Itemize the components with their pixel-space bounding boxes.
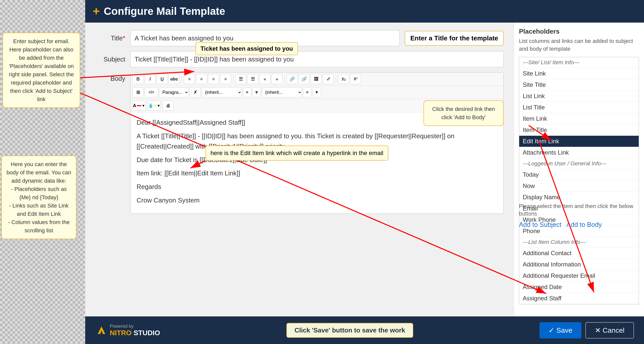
font-size-dropdown[interactable]: ▼ [312, 87, 321, 97]
body-line-6: Crow Canyon System [137, 195, 497, 206]
placeholder-item-now[interactable]: Now [519, 180, 639, 192]
header: + Configure Mail Template [85, 0, 644, 23]
placeholder-item-assigned-staff[interactable]: Assigned Staff [519, 293, 639, 304]
table-button[interactable]: ⊞ [133, 87, 144, 97]
powered-by-text: Powered by [110, 324, 160, 329]
placeholder-item-list-title[interactable]: List Title [519, 102, 639, 113]
paragraph-select[interactable]: Paragra... [159, 87, 189, 97]
placeholder-item-attachments-link[interactable]: Attachments Link [519, 147, 639, 158]
placeholder-item-logged-in-info[interactable]: ---Logged-in User / General Info--- [519, 158, 639, 169]
editor-body[interactable]: Dear [[AssignedStaff||Assigned Staff]] A… [131, 112, 503, 214]
separator-1 [182, 76, 182, 83]
logo: Powered by NITRO STUDIO [95, 324, 160, 337]
bold-button[interactable]: B [133, 74, 144, 84]
editor-container: B I U abc ≡ ≡ ≡ ≡ ☰ ☰ « » [130, 72, 504, 214]
nitro-text: NITRO [110, 329, 132, 337]
placeholder-item-work-phone[interactable]: Work Phone [519, 214, 639, 226]
placeholder-item-item-link[interactable]: Item Link [519, 113, 639, 124]
edit-item-tooltip: here is the Edit Item link which will cr… [205, 146, 388, 161]
font-size-clear[interactable]: ✕ [303, 87, 311, 97]
ol-button[interactable]: ☰ [247, 74, 258, 84]
align-right-button[interactable]: ≡ [208, 74, 219, 84]
subject-input[interactable] [130, 51, 504, 67]
placeholder-item-today[interactable]: Today [519, 169, 639, 180]
body-row: Body B I U abc ≡ ≡ ≡ ≡ ☰ [95, 72, 504, 214]
font-family-dropdown[interactable]: ▼ [252, 87, 261, 97]
separator-4 [336, 76, 336, 83]
placeholders-list-container: ---Site/ List/ Item Info---Site LinkSite… [519, 57, 639, 202]
placeholder-item-additional-information[interactable]: Additional Information [519, 259, 639, 270]
save-button[interactable]: ✓ Save [540, 322, 581, 338]
placeholder-item-list-item-info[interactable]: ---List Item Column Info--- [519, 237, 639, 248]
nitro-logo-icon [95, 324, 108, 336]
placeholders-description: List columns and links can be added to s… [519, 37, 639, 53]
body-line-4: Item link: [[Edit Item||Edit Item Link]] [137, 168, 497, 179]
svg-marker-0 [98, 326, 105, 334]
callout-right-body: Click the desired link then click 'Add t… [423, 100, 504, 126]
body-label: Body [95, 72, 125, 83]
placeholder-item-display-name[interactable]: Display Name [519, 192, 639, 203]
justify-button[interactable]: ≡ [220, 74, 231, 84]
placeholders-title: Placeholders [519, 28, 639, 35]
placeholder-item-site-list-info[interactable]: ---Site/ List/ Item Info--- [519, 57, 639, 68]
eraser-button[interactable]: ✗ [190, 87, 201, 97]
toolbar-row-1: B I U abc ≡ ≡ ≡ ≡ ☰ ☰ « » [131, 73, 503, 86]
superscript-button[interactable]: X² [350, 74, 361, 84]
placeholders-list: ---Site/ List/ Item Info---Site LinkSite… [519, 57, 639, 304]
subject-tooltip: Ticket has been assigned to you [195, 42, 298, 55]
subject-label: Subject [95, 55, 125, 63]
placeholder-item-phone[interactable]: Phone [519, 226, 639, 237]
font-family-select[interactable]: (inherit... [202, 87, 242, 97]
form-area: Title* Enter a Title for the template Su… [85, 23, 514, 316]
italic-button[interactable]: I [145, 74, 156, 84]
unlink-button[interactable]: 🔗 [299, 74, 310, 84]
logo-text: Powered by NITRO STUDIO [110, 324, 160, 337]
underline-button[interactable]: U [157, 74, 168, 84]
body-line-5: Regards [137, 182, 497, 192]
indent-out-button[interactable]: « [259, 74, 270, 84]
indent-in-button[interactable]: » [271, 74, 282, 84]
subscript-button[interactable]: X₂ [338, 74, 349, 84]
plus-icon: + [93, 5, 100, 17]
separator-3 [284, 76, 285, 83]
placeholder-item-assigned-date[interactable]: Assigned Date [519, 282, 639, 293]
fullscreen-button[interactable]: ⤢ [323, 74, 334, 84]
footer-buttons: ✓ Save ✕ Cancel [540, 322, 634, 338]
title-tooltip: Enter a Title for the template [405, 31, 504, 46]
placeholder-item-list-link[interactable]: List Link [519, 91, 639, 102]
title-label: Title* [95, 34, 125, 42]
ul-button[interactable]: ☰ [235, 74, 246, 84]
placeholder-item-site-title[interactable]: Site Title [519, 79, 639, 91]
font-color-button[interactable]: A ▼ [133, 101, 146, 111]
print-button[interactable]: 🖨 [163, 101, 174, 111]
placeholder-item-additional-contact[interactable]: Additional Contact [519, 248, 639, 259]
placeholder-item-item-title[interactable]: Item Title [519, 124, 639, 136]
align-left-button[interactable]: ≡ [184, 74, 195, 84]
placeholder-item-site-link[interactable]: Site Link [519, 68, 639, 79]
font-family-clear[interactable]: ✕ [243, 87, 251, 97]
toolbar-row-2: ⊞ </> Paragra... ✗ (inherit... ✕ ▼ (inhe… [131, 86, 503, 99]
strikethrough-button[interactable]: abc [169, 74, 180, 84]
placeholders-panel: Placeholders List columns and links can … [514, 23, 644, 316]
page-title: Configure Mail Template [104, 5, 225, 17]
source-button[interactable]: </> [145, 87, 158, 97]
placeholder-item-edit-item-link[interactable]: Edit Item Link [519, 136, 639, 147]
separator-2 [233, 76, 233, 83]
content-area: Title* Enter a Title for the template Su… [85, 23, 644, 316]
studio-text: STUDIO [132, 329, 160, 337]
placeholder-item-additional-requester-email[interactable]: Additional Requester Email [519, 270, 639, 282]
subject-row: Subject [95, 51, 504, 67]
footer-center-message: Click 'Save' button to save the work [286, 323, 413, 338]
bg-color-button[interactable]: 💧 ▼ [148, 101, 161, 111]
link-button[interactable]: 🔗 [287, 74, 298, 84]
placeholder-item-email[interactable]: Email [519, 203, 639, 214]
align-center-button[interactable]: ≡ [196, 74, 207, 84]
callout-subject: Enter subject for email. Here placeholde… [3, 33, 80, 108]
title-row: Title* Enter a Title for the template [95, 30, 504, 46]
cancel-button[interactable]: ✕ Cancel [585, 322, 634, 338]
font-size-select[interactable]: (inherit... [262, 87, 302, 97]
callout-body: Here you can enter the body of the email… [1, 156, 76, 239]
footer: Powered by NITRO STUDIO Click 'Save' but… [85, 316, 644, 344]
image-button[interactable]: 🖼 [311, 74, 322, 84]
